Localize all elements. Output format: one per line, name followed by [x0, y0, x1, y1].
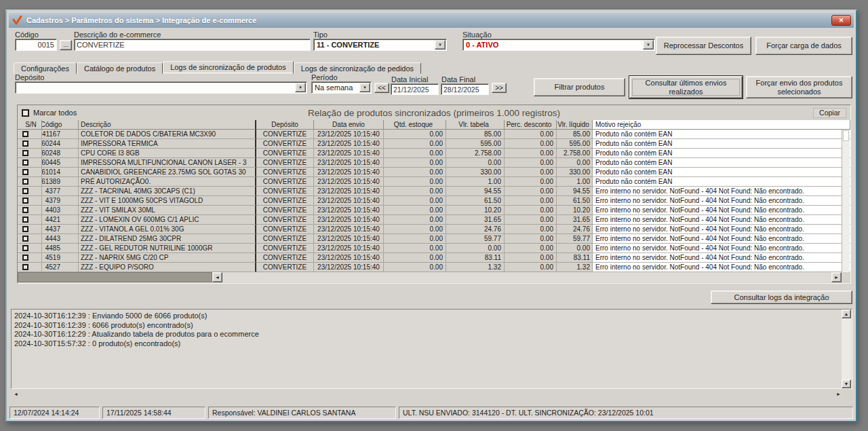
scroll-up-icon[interactable]: ▲: [842, 310, 851, 318]
consultar-logs-button[interactable]: Consultar logs da integração: [711, 291, 852, 304]
cell-sn[interactable]: [18, 149, 42, 158]
periodo-prev-button[interactable]: <<: [374, 83, 389, 93]
chevron-down-icon[interactable]: ▼: [295, 83, 306, 92]
cell-sn[interactable]: [18, 215, 42, 225]
scrollbar-track[interactable]: [222, 272, 831, 282]
column-header[interactable]: Vlr. tabela: [446, 120, 505, 130]
cell-sn[interactable]: [18, 196, 42, 206]
column-header[interactable]: Depósito: [256, 120, 314, 130]
table-row[interactable]: 4421ZZZ - LOMEXIN OV 600MG C/1 APLICCONV…: [18, 215, 850, 225]
checkbox-icon[interactable]: [22, 198, 28, 204]
column-header[interactable]: Vlr. líquido: [557, 120, 593, 130]
table-row[interactable]: 4379ZZZ - VIT E 1000MG 50CPS VITAGOLDCON…: [18, 196, 850, 206]
column-header[interactable]: Qtd. estoque: [384, 120, 446, 130]
table-row[interactable]: 4377ZZZ - TACRINAL 40MG 30CAPS (C1)CONVE…: [18, 187, 850, 196]
checkbox-icon[interactable]: [22, 236, 28, 242]
column-header[interactable]: Código: [42, 120, 79, 130]
column-header[interactable]: Descrição: [79, 120, 256, 130]
log-memo[interactable]: 2024-10-30T16:12:39 : Enviando 5000 de 6…: [11, 309, 852, 389]
codigo-browse-button[interactable]: ...: [60, 40, 72, 50]
scrollbar-thumb[interactable]: [843, 130, 849, 141]
checkbox-icon[interactable]: [22, 188, 28, 194]
cell-sn[interactable]: [18, 253, 42, 263]
scroll-right-icon[interactable]: ►: [831, 272, 842, 282]
forcar-envio-button[interactable]: Forçar envio dos produtos selecionados: [746, 76, 852, 98]
chevron-down-icon[interactable]: ▼: [435, 40, 446, 50]
table-row[interactable]: 61389PRÉ AUTORIZAÇÃO0.CONVERTIZE23/12/20…: [18, 177, 850, 187]
periodo-select[interactable]: Na semana ▼: [311, 81, 372, 94]
cell-sn[interactable]: [18, 263, 42, 272]
column-header[interactable]: S/N: [18, 120, 42, 130]
checkbox-icon[interactable]: [22, 217, 28, 223]
table-row[interactable]: 4437ZZZ - VITANOL A GEL 0.01% 30GCONVERT…: [18, 225, 850, 234]
filtrar-produtos-button[interactable]: Filtrar produtos: [534, 78, 625, 96]
table-row[interactable]: 4403ZZZ - VIT SMILAX 30MLCONVERTIZE23/12…: [18, 206, 850, 215]
data-final-input[interactable]: [441, 83, 489, 95]
scroll-down-icon[interactable]: ▼: [842, 379, 851, 388]
tipo-select[interactable]: 11 - CONVERTIZE ▼: [313, 39, 447, 51]
checkbox-icon[interactable]: [22, 207, 28, 213]
cell-sn[interactable]: [18, 244, 42, 253]
motivo-vertical-scrollbar[interactable]: [842, 130, 850, 272]
table-row[interactable]: 61014CANABIDIOL GREENCARE 23.75MG SOL GO…: [18, 168, 850, 177]
cell-sn[interactable]: [18, 168, 42, 177]
cell-sn[interactable]: [18, 187, 42, 196]
checkbox-icon[interactable]: [22, 131, 28, 137]
table-row[interactable]: 60244IMPRESSORA TERMICACONVERTIZE23/12/2…: [18, 139, 850, 149]
checkbox-icon[interactable]: [22, 179, 28, 185]
scrollbar-track[interactable]: [21, 389, 833, 398]
cell-sn[interactable]: [18, 206, 42, 215]
checkbox-icon[interactable]: [22, 150, 28, 156]
checkbox-icon[interactable]: [22, 160, 28, 166]
checkbox-icon[interactable]: [22, 226, 28, 232]
consultar-envios-button[interactable]: Consultar últimos envios realizados: [629, 76, 743, 98]
scrollbar-corner: [844, 389, 852, 398]
cell-sn[interactable]: [18, 177, 42, 187]
checkbox-icon[interactable]: [22, 169, 28, 175]
chevron-down-icon[interactable]: ▼: [359, 83, 370, 92]
scroll-right-icon[interactable]: ►: [833, 389, 844, 398]
table-row[interactable]: 4485ZZZ - GEL REDUTOR NUTRILINE 1000GRCO…: [18, 244, 850, 253]
checkbox-icon[interactable]: [22, 264, 28, 270]
table-row[interactable]: 41167COLETOR DE DADOS C/BATERIA MC3X90CO…: [18, 130, 850, 139]
table-row[interactable]: 60248CPU CORE I3 8GBCONVERTIZE23/12/2025…: [18, 149, 850, 158]
reprocessar-descontos-button[interactable]: Reprocessar Descontos: [656, 37, 751, 55]
column-header[interactable]: Motivo rejeição: [593, 120, 850, 130]
cell-data-envio: 23/12/2025 10:15:40: [314, 130, 384, 139]
column-header[interactable]: Data envio: [314, 120, 384, 130]
tab-logs-de-sincroniza-o-de-pedidos[interactable]: Logs de sincronização de pedidos: [294, 62, 421, 74]
descricao-input[interactable]: [74, 39, 311, 51]
cell-qtd-estoque: 0.00: [384, 139, 446, 149]
situacao-select[interactable]: 0 - ATIVO ▼: [462, 39, 655, 51]
cell-data-envio: 23/12/2025 10:15:40: [314, 253, 384, 263]
scrollbar-corner: [842, 272, 850, 282]
close-icon[interactable]: ✕: [831, 15, 851, 26]
table-row[interactable]: 4519ZZZ - NAPRIX 5MG C/20 CPCONVERTIZE23…: [18, 253, 850, 263]
table-row[interactable]: 4527ZZZ - EQUIPO P/SOROCONVERTIZE23/12/2…: [18, 263, 850, 272]
periodo-next-button[interactable]: >>: [492, 83, 507, 93]
cell-sn[interactable]: [18, 158, 42, 168]
data-inicial-input[interactable]: [391, 83, 439, 95]
table-row[interactable]: 60445IMPRESSORA MULTIFUNCIONAL CANON LAS…: [18, 158, 850, 168]
table-row[interactable]: 4443ZZZ - DILATREND 25MG 30CPRCONVERTIZE…: [18, 234, 850, 244]
log-vertical-scrollbar[interactable]: ▲ ▼: [842, 310, 851, 388]
tab-cat-logo-de-produtos[interactable]: Catálogo de produtos: [77, 62, 163, 74]
cell-sn[interactable]: [18, 139, 42, 149]
codigo-input[interactable]: [15, 39, 57, 51]
checkbox-icon[interactable]: [22, 255, 28, 261]
chevron-down-icon[interactable]: ▼: [643, 40, 654, 50]
tab-logs-de-sincroniza-o-de-produtos[interactable]: Logs de sincronização de produtos: [163, 61, 294, 74]
cell-perc-desconto: 0.00: [505, 244, 557, 253]
cell-sn[interactable]: [18, 225, 42, 234]
scroll-left-icon[interactable]: ◄: [11, 389, 21, 398]
tab-configura-es[interactable]: Configurações: [14, 62, 77, 74]
cell-descricao: ZZZ - LOMEXIN OV 600MG C/1 APLIC: [79, 215, 256, 225]
deposito-select[interactable]: ▼: [15, 81, 307, 94]
forcar-carga-button[interactable]: Forçar carga de dados: [755, 37, 852, 55]
cell-sn[interactable]: [18, 234, 42, 244]
column-header[interactable]: Perc. desconto: [505, 120, 557, 130]
checkbox-icon[interactable]: [22, 245, 28, 251]
cell-sn[interactable]: [18, 130, 42, 139]
checkbox-icon[interactable]: [22, 140, 28, 147]
scroll-left-icon[interactable]: ◄: [212, 272, 222, 282]
